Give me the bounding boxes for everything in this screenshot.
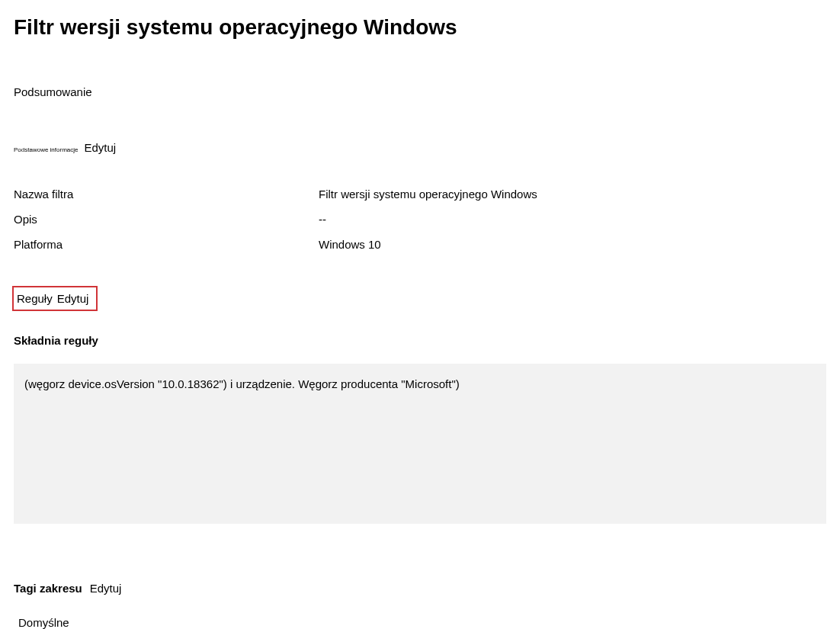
rule-syntax-content: (węgorz device.osVersion "10.0.18362") i… <box>24 377 460 390</box>
rules-edit-link[interactable]: Edytuj <box>57 292 89 305</box>
scope-tag-value: Domyślne <box>14 616 826 629</box>
info-row-platform: Platforma Windows 10 <box>14 238 826 251</box>
rules-section-header: Reguły Edytuj <box>12 286 98 311</box>
info-row-filter-name: Nazwa filtra Filtr wersji systemu operac… <box>14 188 826 201</box>
scope-tags-edit-link[interactable]: Edytuj <box>90 582 122 595</box>
platform-value: Windows 10 <box>319 238 381 251</box>
basics-edit-link[interactable]: Edytuj <box>84 141 116 154</box>
description-label: Opis <box>14 213 319 226</box>
rule-syntax-title: Składnia reguły <box>14 334 826 347</box>
platform-label: Platforma <box>14 238 319 251</box>
scope-tags-label: Tagi zakresu <box>14 582 82 595</box>
basics-label: Podstawowe informacje <box>14 146 78 153</box>
summary-label: Podsumowanie <box>14 85 826 98</box>
basics-info-grid: Nazwa filtra Filtr wersji systemu operac… <box>14 188 826 251</box>
rules-label: Reguły <box>17 292 53 305</box>
rule-syntax-box: (węgorz device.osVersion "10.0.18362") i… <box>14 364 826 524</box>
description-value: -- <box>319 213 326 226</box>
filter-name-label: Nazwa filtra <box>14 188 319 201</box>
info-row-description: Opis -- <box>14 213 826 226</box>
filter-name-value: Filtr wersji systemu operacyjnego Window… <box>319 188 537 201</box>
page-title: Filtr wersji systemu operacyjnego Window… <box>14 15 826 40</box>
scope-tags-header: Tagi zakresu Edytuj <box>14 582 826 595</box>
basics-section-header: Podstawowe informacje Edytuj <box>14 141 826 154</box>
